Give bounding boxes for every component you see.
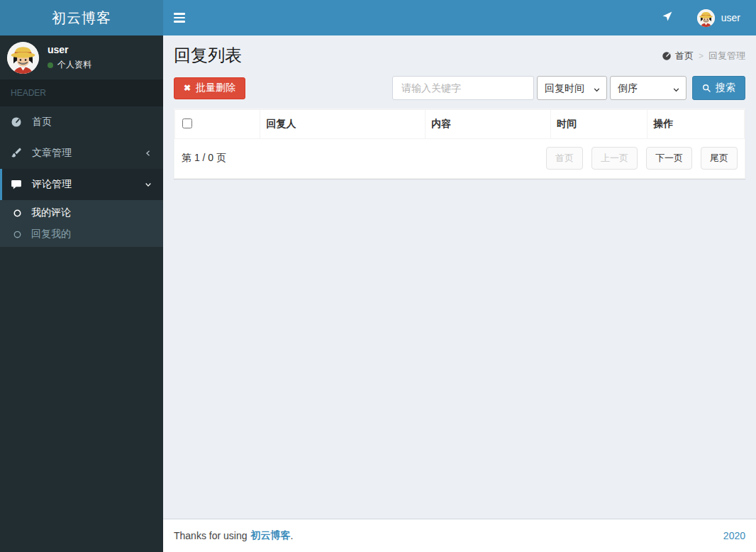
sidebar-item-my-comments[interactable]: 我的评论 bbox=[0, 202, 163, 223]
search-button[interactable]: 搜索 bbox=[692, 76, 745, 100]
select-all-checkbox[interactable] bbox=[182, 118, 192, 128]
sidebar-item-articles[interactable]: 文章管理 bbox=[0, 138, 163, 169]
circle-o-icon bbox=[13, 228, 26, 241]
batch-delete-label: 批量删除 bbox=[196, 82, 235, 94]
column-header-actions: 操作 bbox=[647, 110, 745, 139]
online-status-icon bbox=[48, 62, 53, 68]
reply-table: 回复人 内容 时间 操作 bbox=[174, 109, 745, 139]
navbar-username: user bbox=[721, 12, 740, 23]
footer-year: 2020 bbox=[723, 530, 745, 541]
circle-o-icon bbox=[13, 206, 26, 219]
select-all-cell bbox=[175, 110, 260, 139]
footer-period: . bbox=[291, 530, 294, 541]
logo-title: 初云博客 bbox=[52, 9, 111, 28]
sidebar-toggle-button[interactable] bbox=[163, 0, 196, 35]
sidebar-user-name: user bbox=[48, 44, 91, 55]
user-menu[interactable]: user bbox=[693, 0, 745, 35]
search-input[interactable] bbox=[392, 76, 534, 100]
prev-page-button: 上一页 bbox=[591, 147, 638, 170]
navbar-right: user bbox=[652, 0, 756, 35]
column-header-time: 时间 bbox=[550, 110, 647, 139]
profile-link-label: 个人资料 bbox=[57, 59, 91, 71]
submenu-item-label: 回复我的 bbox=[31, 228, 71, 241]
brush-icon bbox=[11, 146, 25, 160]
sidebar-item-comments[interactable]: 评论管理 bbox=[0, 169, 163, 200]
last-page-button[interactable]: 尾页 bbox=[701, 147, 738, 170]
main-header: 初云博客 user bbox=[0, 0, 756, 35]
send-message-button[interactable] bbox=[652, 0, 683, 35]
hamburger-icon bbox=[174, 13, 185, 23]
breadcrumb-separator: > bbox=[699, 51, 704, 61]
search-button-label: 搜索 bbox=[716, 82, 735, 94]
sidebar-user-info: user 个人资料 bbox=[48, 44, 91, 71]
x-icon: ✖ bbox=[184, 83, 191, 93]
breadcrumb-home-label: 首页 bbox=[675, 50, 694, 62]
profile-link[interactable]: 个人资料 bbox=[48, 59, 91, 71]
top-navbar: user bbox=[163, 0, 756, 35]
comment-icon bbox=[11, 177, 25, 192]
sidebar-section-header: HEADER bbox=[0, 79, 163, 106]
sidebar-item-label: 首页 bbox=[32, 116, 52, 128]
search-icon bbox=[702, 84, 711, 93]
toolbar-search-group: 回复时间 倒序 bbox=[392, 76, 745, 100]
first-page-button: 首页 bbox=[546, 147, 583, 170]
sidebar-menu: 首页 文章管理 评论管理 bbox=[0, 106, 163, 247]
sidebar-item-label: 评论管理 bbox=[32, 178, 72, 191]
sidebar-item-label: 文章管理 bbox=[32, 147, 72, 160]
sidebar-item-home[interactable]: 首页 bbox=[0, 106, 163, 138]
breadcrumb-current: 回复管理 bbox=[708, 50, 745, 62]
navbar-avatar bbox=[697, 9, 715, 27]
breadcrumb: 首页 > 回复管理 bbox=[662, 50, 745, 62]
submenu-item-label: 我的评论 bbox=[31, 206, 71, 219]
breadcrumb-home-link[interactable]: 首页 bbox=[662, 50, 694, 62]
column-header-content: 内容 bbox=[426, 110, 551, 139]
avatar bbox=[7, 42, 39, 74]
reply-list-box: 回复人 内容 时间 操作 第 1 / 0 页 首页 上一页 下一页 尾页 bbox=[174, 109, 745, 179]
dashboard-icon bbox=[662, 51, 672, 61]
content-wrapper: 回复列表 首页 > 回复管理 ✖ 批量删除 bbox=[163, 35, 756, 519]
footer-brand-link[interactable]: 初云博客 bbox=[251, 529, 291, 542]
paper-plane-icon bbox=[662, 11, 673, 25]
footer-thanks-text: Thanks for using bbox=[174, 530, 248, 541]
order-select-wrap: 倒序 bbox=[610, 76, 686, 100]
next-page-button[interactable]: 下一页 bbox=[646, 147, 692, 170]
page-info: 第 1 / 0 页 bbox=[182, 152, 226, 165]
filter-select[interactable]: 回复时间 bbox=[537, 76, 607, 100]
page-title: 回复列表 bbox=[174, 44, 745, 67]
sidebar: user 个人资料 HEADER 首页 文章管理 bbox=[0, 35, 163, 552]
toolbar: ✖ 批量删除 回复时间 倒序 bbox=[174, 76, 745, 100]
pagination-bar: 第 1 / 0 页 首页 上一页 下一页 尾页 bbox=[174, 139, 745, 178]
sidebar-item-replies-to-me[interactable]: 回复我的 bbox=[0, 223, 163, 245]
main-footer: Thanks for using 初云博客 . 2020 bbox=[163, 519, 756, 552]
filter-select-wrap: 回复时间 bbox=[537, 76, 607, 100]
order-select[interactable]: 倒序 bbox=[610, 76, 686, 100]
content-header: 回复列表 首页 > 回复管理 bbox=[163, 35, 756, 67]
logo-link[interactable]: 初云博客 bbox=[0, 0, 163, 35]
table-header-row: 回复人 内容 时间 操作 bbox=[175, 110, 745, 139]
chevron-left-icon bbox=[144, 149, 152, 158]
sidebar-user-panel: user 个人资料 bbox=[0, 35, 163, 79]
sidebar-submenu: 我的评论 回复我的 bbox=[0, 200, 163, 247]
admin-app: 初云博客 user bbox=[0, 0, 756, 552]
chevron-down-icon bbox=[144, 180, 152, 189]
batch-delete-button[interactable]: ✖ 批量删除 bbox=[174, 77, 245, 99]
column-header-replier: 回复人 bbox=[260, 110, 426, 139]
pagination-buttons: 首页 上一页 下一页 尾页 bbox=[546, 147, 738, 170]
dashboard-icon bbox=[11, 115, 25, 129]
